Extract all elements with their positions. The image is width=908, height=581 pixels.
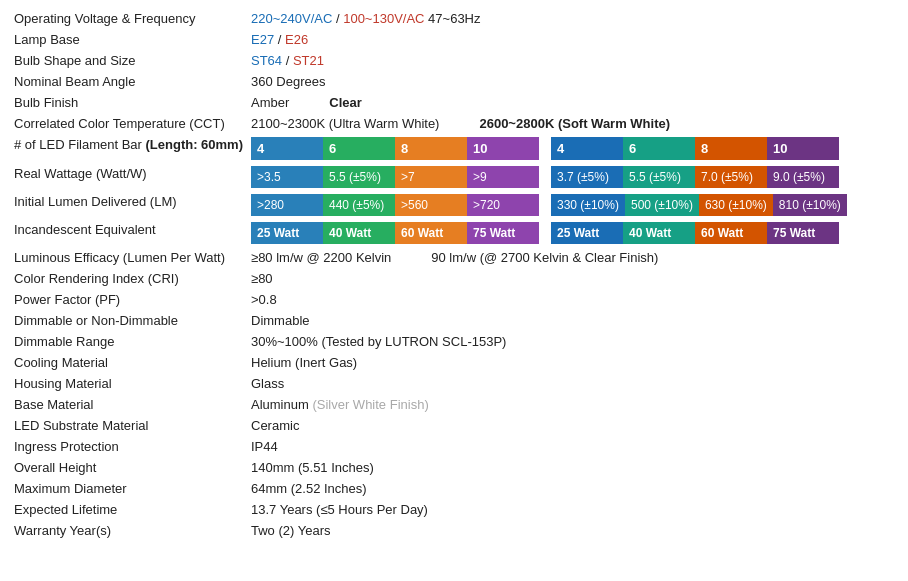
color-cell: 8 — [395, 137, 467, 160]
incandescent-cell: 25 Watt — [251, 222, 323, 244]
row-value: Glass — [247, 373, 898, 394]
clear-cct: 2600~2800K (Soft Warm White) — [479, 116, 670, 131]
row-value: >3.55.5 (±5%)>7>93.7 (±5%)5.5 (±5%)7.0 (… — [247, 163, 898, 191]
clear-value: 90 lm/w (@ 2700 Kelvin & Clear Finish) — [431, 250, 658, 265]
row-label: Warranty Year(s) — [10, 520, 247, 541]
value-cell-clear: 500 (±10%) — [625, 194, 699, 216]
row-label: Dimmable or Non-Dimmable — [10, 310, 247, 331]
row-value: 220~240V/AC / 100~130V/AC 47~63Hz — [247, 8, 898, 29]
incandescent-cell-clear: 75 Watt — [767, 222, 839, 244]
table-row: Real Wattage (Watt/W)>3.55.5 (±5%)>7>93.… — [10, 163, 898, 191]
row-label: Color Rendering Index (CRI) — [10, 268, 247, 289]
value-cell-clear: 9.0 (±5%) — [767, 166, 839, 188]
value-cell: >9 — [467, 166, 539, 188]
row-label: Base Material — [10, 394, 247, 415]
value-cell: >720 — [467, 194, 539, 216]
amber-cct: 2100~2300K (Ultra Warm White) — [251, 116, 439, 131]
row-value: ≥80 — [247, 268, 898, 289]
table-row: # of LED Filament Bar (Length: 60mm)4681… — [10, 134, 898, 163]
table-row: Lamp BaseE27 / E26 — [10, 29, 898, 50]
row-value: 30%~100% (Tested by LUTRON SCL-153P) — [247, 331, 898, 352]
value-cell: 440 (±5%) — [323, 194, 395, 216]
table-row: Dimmable or Non-DimmableDimmable — [10, 310, 898, 331]
color-cell-clear: 10 — [767, 137, 839, 160]
row-label: Bulb Finish — [10, 92, 247, 113]
table-row: Cooling MaterialHelium (Inert Gas) — [10, 352, 898, 373]
table-row: LED Substrate MaterialCeramic — [10, 415, 898, 436]
row-label: Lamp Base — [10, 29, 247, 50]
table-row: Ingress ProtectionIP44 — [10, 436, 898, 457]
table-row: Expected Lifetime13.7 Years (≤5 Hours Pe… — [10, 499, 898, 520]
row-value: >0.8 — [247, 289, 898, 310]
row-label: Luminous Efficacy (Lumen Per Watt) — [10, 247, 247, 268]
table-row: Operating Voltage & Frequency220~240V/AC… — [10, 8, 898, 29]
color-cell-clear: 6 — [623, 137, 695, 160]
row-value: 140mm (5.51 Inches) — [247, 457, 898, 478]
color-cell: 10 — [467, 137, 539, 160]
row-label: Cooling Material — [10, 352, 247, 373]
spec-table: Operating Voltage & Frequency220~240V/AC… — [10, 8, 898, 541]
value-cell-clear: 3.7 (±5%) — [551, 166, 623, 188]
value-cell: >280 — [251, 194, 323, 216]
row-value: IP44 — [247, 436, 898, 457]
incandescent-cell-clear: 25 Watt — [551, 222, 623, 244]
value-cell-clear: 810 (±10%) — [773, 194, 847, 216]
row-label: Overall Height — [10, 457, 247, 478]
table-row: Correlated Color Temperature (CCT)2100~2… — [10, 113, 898, 134]
row-label: Dimmable Range — [10, 331, 247, 352]
table-row: Bulb Shape and SizeST64 / ST21 — [10, 50, 898, 71]
row-value: 360 Degrees — [247, 71, 898, 92]
row-value: Helium (Inert Gas) — [247, 352, 898, 373]
value-cell-clear: 7.0 (±5%) — [695, 166, 767, 188]
value-cell-clear: 630 (±10%) — [699, 194, 773, 216]
row-value: ≥80 lm/w @ 2200 Kelvin90 lm/w (@ 2700 Ke… — [247, 247, 898, 268]
table-row: Incandescent Equivalent25 Watt40 Watt60 … — [10, 219, 898, 247]
row-value: >280440 (±5%)>560>720330 (±10%)500 (±10%… — [247, 191, 898, 219]
row-value: 4681046810 — [247, 134, 898, 163]
row-label: Power Factor (PF) — [10, 289, 247, 310]
table-row: Housing MaterialGlass — [10, 373, 898, 394]
row-label: Incandescent Equivalent — [10, 219, 247, 247]
incandescent-cell-clear: 60 Watt — [695, 222, 767, 244]
row-label: Initial Lumen Delivered (LM) — [10, 191, 247, 219]
table-row: Nominal Beam Angle360 Degrees — [10, 71, 898, 92]
row-label: # of LED Filament Bar (Length: 60mm) — [10, 134, 247, 163]
color-cell-clear: 8 — [695, 137, 767, 160]
row-value: 2100~2300K (Ultra Warm White)2600~2800K … — [247, 113, 898, 134]
row-value: ST64 / ST21 — [247, 50, 898, 71]
incandescent-cell: 75 Watt — [467, 222, 539, 244]
row-value: Aluminum (Silver White Finish) — [247, 394, 898, 415]
row-label: Real Wattage (Watt/W) — [10, 163, 247, 191]
table-row: Overall Height140mm (5.51 Inches) — [10, 457, 898, 478]
row-label: Operating Voltage & Frequency — [10, 8, 247, 29]
row-value: AmberClear — [247, 92, 898, 113]
amber-value: Amber — [251, 95, 289, 110]
value-cell: >3.5 — [251, 166, 323, 188]
table-row: Initial Lumen Delivered (LM)>280440 (±5%… — [10, 191, 898, 219]
value-cell: 5.5 (±5%) — [323, 166, 395, 188]
incandescent-cell: 40 Watt — [323, 222, 395, 244]
table-row: Dimmable Range30%~100% (Tested by LUTRON… — [10, 331, 898, 352]
row-label: LED Substrate Material — [10, 415, 247, 436]
row-value: Ceramic — [247, 415, 898, 436]
incandescent-cell: 60 Watt — [395, 222, 467, 244]
table-row: Power Factor (PF)>0.8 — [10, 289, 898, 310]
row-value: 25 Watt40 Watt60 Watt75 Watt25 Watt40 Wa… — [247, 219, 898, 247]
table-row: Color Rendering Index (CRI)≥80 — [10, 268, 898, 289]
row-label: Maximum Diameter — [10, 478, 247, 499]
row-label: Ingress Protection — [10, 436, 247, 457]
amber-value: ≥80 lm/w @ 2200 Kelvin — [251, 250, 391, 265]
row-value: Dimmable — [247, 310, 898, 331]
row-label: Correlated Color Temperature (CCT) — [10, 113, 247, 134]
value-cell-clear: 5.5 (±5%) — [623, 166, 695, 188]
row-value: Two (2) Years — [247, 520, 898, 541]
color-cell: 6 — [323, 137, 395, 160]
color-cell: 4 — [251, 137, 323, 160]
clear-value: Clear — [329, 95, 362, 110]
row-label: Bulb Shape and Size — [10, 50, 247, 71]
table-row: Luminous Efficacy (Lumen Per Watt)≥80 lm… — [10, 247, 898, 268]
row-label: Expected Lifetime — [10, 499, 247, 520]
table-row: Maximum Diameter64mm (2.52 Inches) — [10, 478, 898, 499]
value-cell-clear: 330 (±10%) — [551, 194, 625, 216]
row-value: E27 / E26 — [247, 29, 898, 50]
